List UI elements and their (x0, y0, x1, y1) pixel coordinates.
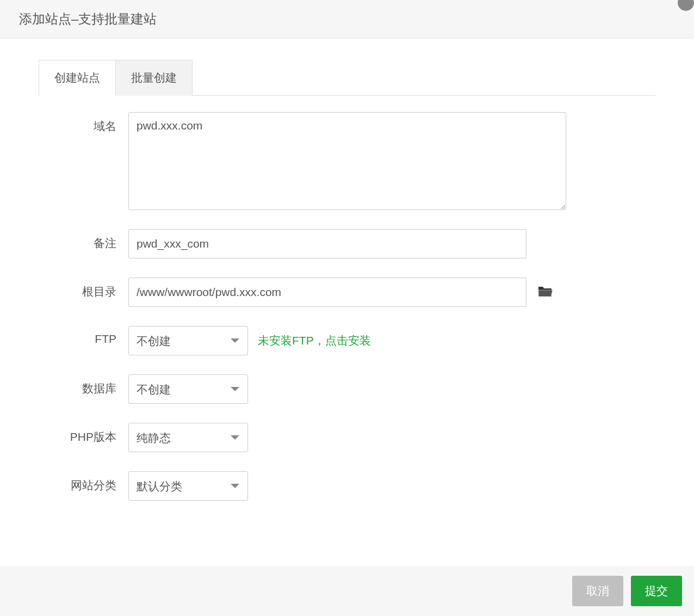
cancel-button[interactable]: 取消 (572, 576, 623, 606)
form-row-root: 根目录 (39, 278, 655, 307)
note-label: 备注 (39, 229, 128, 251)
category-select[interactable]: 默认分类 (128, 471, 248, 501)
root-label: 根目录 (39, 278, 128, 299)
ftp-install-hint[interactable]: 未安装FTP，点击安装 (258, 333, 371, 348)
database-label: 数据库 (39, 374, 128, 396)
database-select[interactable]: 不创建 (128, 374, 248, 404)
form-row-category: 网站分类 默认分类 (39, 471, 655, 501)
form-row-note: 备注 (39, 229, 655, 258)
category-label: 网站分类 (39, 471, 128, 493)
tabs: 创建站点 批量创建 (39, 59, 655, 96)
form-row-php: PHP版本 纯静态 (39, 423, 655, 452)
dialog-title: 添加站点–支持批量建站 (19, 10, 157, 28)
form-row-domain: 域名 pwd.xxx.com (39, 112, 655, 210)
note-input[interactable] (128, 229, 526, 258)
ftp-select[interactable]: 不创建 (128, 326, 248, 355)
domain-label: 域名 (39, 112, 128, 134)
submit-button[interactable]: 提交 (631, 576, 682, 606)
folder-icon[interactable] (537, 285, 553, 300)
php-select[interactable]: 纯静态 (128, 423, 248, 452)
tab-batch-create[interactable]: 批量创建 (116, 60, 193, 96)
domain-input[interactable]: pwd.xxx.com (128, 112, 566, 210)
form-row-database: 数据库 不创建 (39, 374, 655, 404)
tab-create-site[interactable]: 创建站点 (39, 60, 116, 96)
root-input[interactable] (128, 278, 526, 307)
form-row-ftp: FTP 不创建 未安装FTP，点击安装 (39, 326, 655, 355)
dialog-header: 添加站点–支持批量建站 (0, 0, 694, 39)
dialog-footer: 取消 提交 (0, 566, 694, 616)
php-label: PHP版本 (39, 423, 128, 445)
dialog-body: 创建站点 批量创建 域名 pwd.xxx.com 备注 根目录 FTP (0, 39, 694, 552)
close-icon[interactable] (678, 0, 694, 11)
ftp-label: FTP (39, 326, 128, 346)
